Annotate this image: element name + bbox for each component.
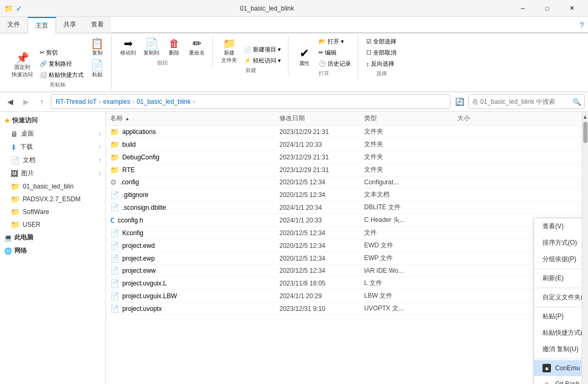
copy-to-icon: 📄 bbox=[145, 38, 158, 49]
file-row-sconsign[interactable]: 📄.sconsign.dblite 2024/1/1 20:34 DBLITE … bbox=[106, 201, 582, 214]
sidebar-item-downloads[interactable]: ⬇ 下载 ↑ bbox=[0, 140, 105, 154]
rename-button[interactable]: ✏ 重命名 bbox=[186, 37, 208, 58]
pin-arrow-desktop: ↑ bbox=[98, 131, 101, 137]
ctx-group[interactable]: 分组依据(P) › bbox=[534, 251, 582, 267]
file-row-project-ewp[interactable]: 📄project.ewp 2020/12/5 12:34 EWP 文件 bbox=[106, 252, 582, 265]
file-row-config[interactable]: ⚙.config 2020/12/5 12:34 Configurat... bbox=[106, 176, 582, 189]
maximize-button[interactable]: □ bbox=[535, 0, 559, 17]
sidebar-item-desktop[interactable]: 🖥 桌面 ↑ bbox=[0, 127, 105, 140]
file-row-uvguix-lbw[interactable]: 📄project.uvguix.LBW 2024/1/1 20:29 LBW 文… bbox=[106, 290, 582, 302]
ctx-view[interactable]: 查看(V) › bbox=[534, 218, 582, 235]
file-row-debugconfig[interactable]: 📁DebugConfig 2023/12/29 21:31 文件夹 bbox=[106, 151, 582, 164]
open-button[interactable]: 📂 打开 ▾ bbox=[316, 37, 354, 47]
folder-icon: 📁 bbox=[110, 140, 119, 149]
sidebar-item-software[interactable]: 📁 SoftWare bbox=[0, 206, 105, 218]
ewp-icon: 📄 bbox=[110, 254, 119, 263]
tab-file[interactable]: 文件 bbox=[0, 17, 28, 33]
sidebar-item-pads[interactable]: 📁 PADSVX.2.7_ESDM bbox=[0, 193, 105, 206]
sidebar-thispc-header[interactable]: 💻 此电脑 bbox=[0, 231, 105, 244]
new-item-button[interactable]: 📄 新建项目 ▾ bbox=[241, 44, 284, 55]
ctx-refresh[interactable]: 刷新(E) bbox=[534, 270, 582, 287]
scissors-icon: ✂ bbox=[40, 49, 44, 56]
up-button[interactable]: ↑ bbox=[35, 95, 49, 109]
invert-selection-button[interactable]: ↕ 反向选择 bbox=[364, 59, 399, 69]
ctx-undo[interactable]: 撤消 复制(U) Ctrl+Z bbox=[534, 341, 582, 358]
file-row-project-eww[interactable]: 📄project.eww 2020/12/5 12:34 IAR IDE Wo.… bbox=[106, 265, 582, 277]
ctx-group-label: 分组依据(P) bbox=[542, 255, 576, 264]
clipboard-label: 剪贴板 bbox=[50, 81, 66, 88]
network-icon: 🌐 bbox=[4, 247, 12, 255]
select-items: ☑ 全部选择 ☐ 全部取消 ↕ 反向选择 bbox=[364, 37, 399, 69]
open-items: ✔ 属性 📂 打开 ▾ ✏ 编辑 🕐 历史记录 bbox=[294, 37, 354, 69]
paste-shortcut-button[interactable]: ⬜ 粘贴快捷方式 bbox=[37, 70, 86, 80]
back-button[interactable]: ◀ bbox=[3, 95, 17, 109]
file-row-build[interactable]: 📁build 2024/1/1 20:33 文件夹 bbox=[106, 138, 582, 151]
lbw-icon: 📄 bbox=[110, 292, 119, 300]
ctx-customize[interactable]: 自定义文件夹(F)... bbox=[534, 289, 582, 306]
select-all-button[interactable]: ☑ 全部选择 bbox=[364, 37, 399, 47]
copy-button[interactable]: 📋 复制 bbox=[87, 37, 107, 58]
pin-quickaccess-button[interactable]: 📌 固定到快速访问 bbox=[8, 51, 36, 80]
scroll-up-button[interactable]: ▲ bbox=[583, 114, 588, 120]
tab-home[interactable]: 主页 bbox=[28, 17, 56, 33]
help-icon[interactable]: ? bbox=[580, 21, 584, 29]
properties-button[interactable]: ✔ 属性 bbox=[294, 46, 315, 69]
history-button[interactable]: 🕐 历史记录 bbox=[316, 59, 354, 69]
scroll-thumb[interactable] bbox=[583, 122, 587, 143]
file-row-applications[interactable]: 📁applications 2023/12/29 21:31 文件夹 bbox=[106, 126, 582, 138]
sidebar-item-documents[interactable]: 📄 文档 ↑ bbox=[0, 154, 105, 167]
new-label: 新建 bbox=[246, 67, 256, 74]
col-name-header[interactable]: 名称 ▲ bbox=[110, 114, 279, 123]
file-row-cconfig[interactable]: Ccconfig.h 2024/1/1 20:33 C Header 头... bbox=[106, 214, 582, 227]
search-input[interactable] bbox=[472, 98, 573, 105]
breadcrumb[interactable]: RT-Thread IoT › examples › 01_basic_led_… bbox=[51, 94, 450, 109]
sidebar-item-user[interactable]: 📁 USER bbox=[0, 218, 105, 231]
ctx-sort[interactable]: 排序方式(O) › bbox=[534, 235, 582, 251]
tab-view[interactable]: 查看 bbox=[84, 17, 111, 33]
sidebar-item-basicled[interactable]: 📁 01_basic_led_blin bbox=[0, 180, 105, 193]
file-row-kconfig[interactable]: 📄Kconfig 2020/12/5 12:34 文件 bbox=[106, 227, 582, 239]
easy-access-button[interactable]: ⚡ 轻松访问 ▾ bbox=[241, 56, 284, 66]
ctx-refresh-label: 刷新(E) bbox=[542, 274, 564, 283]
ctx-paste[interactable]: 粘贴(P) bbox=[534, 308, 582, 325]
conemu-icon: ■ bbox=[542, 364, 551, 372]
file-row-project-ewd[interactable]: 📄project.ewd 2020/12/5 12:34 EWD 文件 bbox=[106, 239, 582, 252]
scrollbar[interactable]: ▲ bbox=[582, 112, 588, 384]
ctx-conemu[interactable]: ■ ConEmu Here bbox=[534, 360, 582, 376]
file-row-rte[interactable]: 📁RTE 2023/12/29 21:31 文件夹 bbox=[106, 164, 582, 176]
file-row-uvguix-l[interactable]: 📄project.uvguix.L 2023/11/8 18:05 L 文件 bbox=[106, 277, 582, 290]
col-date-header[interactable]: 修改日期 bbox=[279, 114, 364, 123]
ctx-gitbash[interactable]: ◈ Git Bash Here bbox=[534, 376, 582, 384]
edit-button[interactable]: ✏ 编辑 bbox=[316, 48, 354, 58]
search-box[interactable]: 🔍 bbox=[468, 94, 585, 109]
select-none-button[interactable]: ☐ 全部取消 bbox=[364, 48, 399, 58]
breadcrumb-item-3[interactable]: 01_basic_led_blink bbox=[137, 98, 191, 105]
pin-arrow-pictures: ↑ bbox=[98, 171, 101, 176]
minimize-button[interactable]: ─ bbox=[511, 0, 535, 17]
check-icon-title: ✓ bbox=[15, 4, 23, 13]
refresh-button[interactable]: 🔄 bbox=[453, 95, 466, 109]
copy-path-button[interactable]: 🔗 复制路径 bbox=[37, 59, 86, 69]
cut-button[interactable]: ✂ 剪切 bbox=[37, 48, 86, 58]
new-folder-button[interactable]: 📁 新建文件夹 bbox=[218, 37, 240, 66]
file-row-uvoptx[interactable]: 📄project.uvoptx 2023/12/31 9:10 UVOPTX 文… bbox=[106, 302, 582, 315]
sidebar-network-header[interactable]: 🌐 网络 bbox=[0, 244, 105, 257]
sidebar-quickaccess-header[interactable]: ★ 快速访问 bbox=[0, 114, 105, 127]
breadcrumb-item-2[interactable]: examples bbox=[103, 98, 130, 105]
tab-share[interactable]: 共享 bbox=[56, 17, 84, 33]
main-area: ★ 快速访问 🖥 桌面 ↑ ⬇ 下载 ↑ 📄 文档 ↑ 🖼 图片 ↑ 📁 01_… bbox=[0, 112, 588, 384]
ctx-view-label: 查看(V) bbox=[542, 222, 564, 231]
breadcrumb-item-1[interactable]: RT-Thread IoT bbox=[56, 98, 97, 105]
delete-button[interactable]: 🗑 删除 bbox=[164, 37, 185, 58]
sidebar-item-pictures[interactable]: 🖼 图片 ↑ bbox=[0, 167, 105, 180]
move-to-button[interactable]: ➡ 移动到 bbox=[117, 37, 139, 58]
basicled-label: 01_basic_led_blin bbox=[23, 183, 74, 190]
ribbon-group-new: 📁 新建文件夹 📄 新建项目 ▾ ⚡ 轻松访问 ▾ 新建 bbox=[214, 35, 288, 75]
close-button[interactable]: ✕ bbox=[559, 0, 584, 17]
ctx-paste-shortcut[interactable]: 粘贴快捷方式(S) bbox=[534, 325, 582, 341]
file-row-gitignore[interactable]: 📄.gitignore 2020/12/5 12:34 文本文档 bbox=[106, 189, 582, 201]
col-type-header[interactable]: 类型 bbox=[364, 114, 428, 123]
col-size-header[interactable]: 大小 bbox=[428, 114, 470, 123]
paste-button[interactable]: 📄 粘贴 bbox=[87, 58, 107, 80]
copy-to-button[interactable]: 📄 复制到 bbox=[140, 37, 162, 58]
